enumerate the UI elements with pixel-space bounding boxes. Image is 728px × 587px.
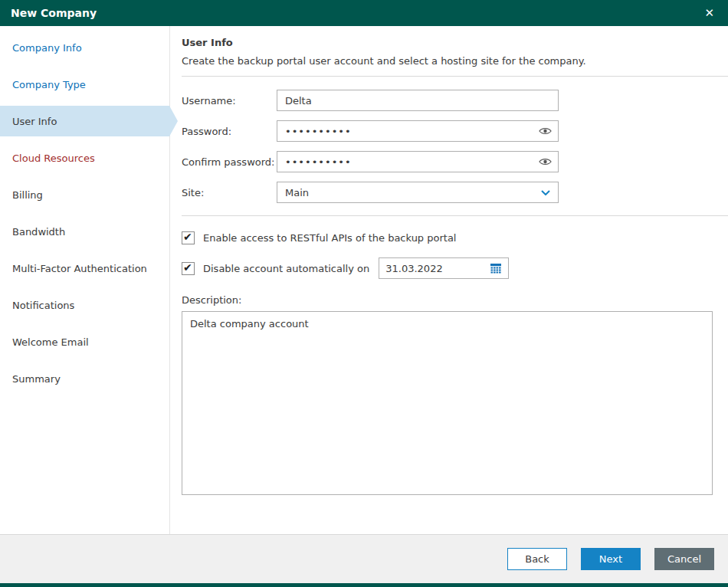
bottom-accent-strip — [0, 583, 728, 587]
sidebar-item-notifications[interactable]: Notifications — [0, 290, 169, 320]
disable-account-row: Disable account automatically on — [182, 257, 713, 279]
page-title: User Info — [182, 37, 713, 48]
confirm-password-input[interactable] — [277, 151, 559, 172]
cancel-button[interactable]: Cancel — [654, 548, 714, 570]
options-block: Enable access to RESTful APIs of the bac… — [182, 216, 713, 279]
close-icon[interactable]: ✕ — [701, 6, 717, 21]
username-row: Username: — [182, 90, 713, 111]
back-button[interactable]: Back — [507, 548, 567, 570]
sidebar-item-company-info[interactable]: Company Info — [0, 32, 169, 63]
account-form: Username: Password: — [182, 77, 713, 215]
sidebar-item-label: Bandwidth — [12, 226, 65, 238]
rest-api-row: Enable access to RESTful APIs of the bac… — [182, 227, 713, 248]
dialog-body: Company Info Company Type User Info Clou… — [0, 26, 728, 534]
site-label: Site: — [182, 187, 277, 198]
rest-api-checkbox[interactable] — [182, 231, 195, 244]
site-select[interactable]: Main — [277, 182, 559, 203]
sidebar-item-multi-factor-authentication[interactable]: Multi-Factor Authentication — [0, 253, 169, 284]
chevron-down-icon — [541, 190, 550, 195]
disable-date-field — [379, 257, 509, 279]
titlebar: New Company ✕ — [0, 0, 728, 26]
sidebar-item-label: Welcome Email — [12, 336, 89, 348]
sidebar-item-label: Summary — [12, 373, 61, 385]
sidebar-item-label: Company Type — [12, 79, 86, 90]
password-row: Password: — [182, 120, 713, 142]
password-input[interactable] — [277, 120, 559, 142]
confirm-password-label: Confirm password: — [182, 156, 277, 168]
dialog-footer: Back Next Cancel — [0, 534, 728, 583]
username-input[interactable] — [277, 90, 559, 111]
confirm-password-row: Confirm password: — [182, 151, 713, 172]
rest-api-label: Enable access to RESTful APIs of the bac… — [203, 232, 456, 244]
sidebar-item-company-type[interactable]: Company Type — [0, 69, 169, 100]
site-row: Site: Main — [182, 182, 713, 203]
sidebar-item-label: Company Info — [12, 42, 82, 54]
eye-icon[interactable] — [539, 126, 552, 136]
password-label: Password: — [182, 126, 277, 137]
sidebar-item-label: Billing — [12, 189, 43, 201]
sidebar-item-billing[interactable]: Billing — [0, 179, 169, 210]
sidebar-item-cloud-resources[interactable]: Cloud Resources — [0, 143, 169, 173]
username-label: Username: — [182, 95, 277, 107]
sidebar-item-label: Cloud Resources — [12, 152, 95, 164]
next-button[interactable]: Next — [581, 548, 641, 570]
sidebar-item-summary[interactable]: Summary — [0, 363, 169, 394]
disable-account-checkbox[interactable] — [182, 262, 195, 275]
description-textarea[interactable]: Delta company account — [182, 311, 713, 495]
sidebar-item-bandwidth[interactable]: Bandwidth — [0, 216, 169, 247]
new-company-dialog: New Company ✕ Company Info Company Type … — [0, 0, 728, 587]
sidebar-item-label: Notifications — [12, 300, 74, 311]
sidebar-item-label: User Info — [12, 116, 57, 127]
disable-account-label: Disable account automatically on — [203, 263, 369, 274]
disable-date-input[interactable] — [385, 263, 470, 274]
user-info-panel: User Info Create the backup portal user … — [170, 26, 728, 534]
description-block: Description: Delta company account — [182, 288, 713, 497]
site-select-value: Main — [285, 187, 309, 198]
wizard-steps-sidebar: Company Info Company Type User Info Clou… — [0, 26, 170, 534]
page-subtitle: Create the backup portal user account an… — [182, 55, 713, 67]
eye-icon[interactable] — [539, 157, 552, 166]
calendar-icon[interactable] — [490, 262, 502, 274]
sidebar-item-label: Multi-Factor Authentication — [12, 263, 147, 274]
sidebar-item-user-info[interactable]: User Info — [0, 106, 169, 136]
sidebar-item-welcome-email[interactable]: Welcome Email — [0, 326, 169, 357]
description-label: Description: — [182, 294, 713, 306]
window-title: New Company — [11, 7, 97, 19]
